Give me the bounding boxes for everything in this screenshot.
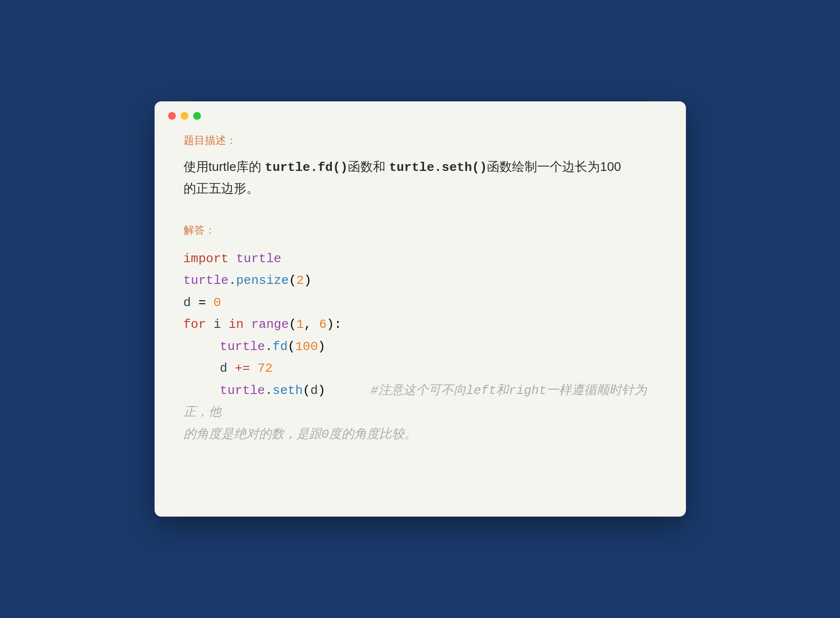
method-seth: seth: [272, 383, 302, 398]
minimize-button[interactable]: [181, 112, 188, 120]
problem-label: 题目描述：: [184, 133, 657, 148]
desc-text-3: 函数绘制一个边长为100: [487, 159, 621, 174]
num-100: 100: [295, 339, 318, 354]
paren-7: (: [303, 383, 311, 398]
code-line-8: 的角度是绝对的数，是跟0度的角度比较。: [184, 424, 657, 446]
desc-text-4: 的正五边形。: [184, 181, 259, 196]
close-button[interactable]: [168, 112, 176, 120]
code-line-3: d = 0: [184, 292, 657, 314]
keyword-import: import: [184, 252, 229, 266]
method-fd: fd: [272, 339, 287, 354]
op-pluseq: +=: [235, 361, 257, 376]
problem-description: 使用turtle库的 turtle.fd()函数和 turtle.seth()函…: [184, 156, 657, 199]
keyword-in: in: [228, 317, 243, 332]
space-1: =: [199, 295, 214, 310]
num-0: 0: [214, 295, 221, 310]
desc-func2: turtle.seth(): [389, 160, 487, 175]
desc-text-2: 函数和: [348, 159, 389, 174]
paren-5: (: [288, 339, 296, 354]
dot-3: .: [265, 383, 273, 398]
answer-label: 解答：: [184, 223, 657, 238]
desc-func1: turtle.fd(): [265, 160, 348, 175]
num-1: 1: [297, 317, 304, 332]
num-6: 6: [319, 317, 327, 332]
maximize-button[interactable]: [193, 112, 201, 120]
desc-text-1: 使用turtle库的: [184, 159, 265, 174]
turtle-ref-3: turtle: [220, 383, 265, 398]
code-block: import turtle turtle.pensize(2) d = 0 fo…: [184, 248, 657, 446]
comment-line8: 的角度是绝对的数，是跟0度的角度比较。: [184, 427, 417, 442]
dot-1: .: [228, 273, 236, 288]
paren-6: ): [318, 339, 326, 354]
code-line-6: d += 72: [184, 358, 657, 380]
code-line-2: turtle.pensize(2): [184, 270, 657, 292]
paren-4: ):: [327, 317, 342, 332]
paren-3: (: [289, 317, 297, 332]
keyword-for: for: [184, 317, 206, 332]
turtle-ref-1: turtle: [184, 273, 229, 288]
dot-2: .: [265, 339, 273, 354]
paren-2: ): [304, 273, 312, 288]
num-2: 2: [297, 273, 304, 288]
main-content: 题目描述： 使用turtle库的 turtle.fd()函数和 turtle.s…: [155, 128, 686, 465]
app-window: 题目描述： 使用turtle库的 turtle.fd()函数和 turtle.s…: [155, 101, 686, 517]
code-line-1: import turtle: [184, 248, 657, 270]
var-d2: d: [220, 361, 228, 376]
titlebar: [155, 101, 686, 128]
var-d3: d: [310, 383, 318, 398]
code-line-7: turtle.seth(d) #注意这个可不向left和right一样遵循顺时针…: [184, 380, 657, 424]
code-line-5: turtle.fd(100): [184, 336, 657, 358]
code-line-4: for i in range(1, 6):: [184, 314, 657, 336]
var-i: i: [214, 317, 228, 332]
comma-1: ,: [304, 317, 319, 332]
var-d: d: [184, 295, 191, 310]
paren-8: ): [318, 383, 326, 398]
turtle-ref-2: turtle: [220, 339, 265, 354]
paren-1: (: [289, 273, 297, 288]
func-range: range: [251, 317, 289, 332]
module-turtle: turtle: [236, 252, 282, 266]
method-pensize: pensize: [236, 273, 289, 288]
num-72: 72: [257, 361, 272, 376]
